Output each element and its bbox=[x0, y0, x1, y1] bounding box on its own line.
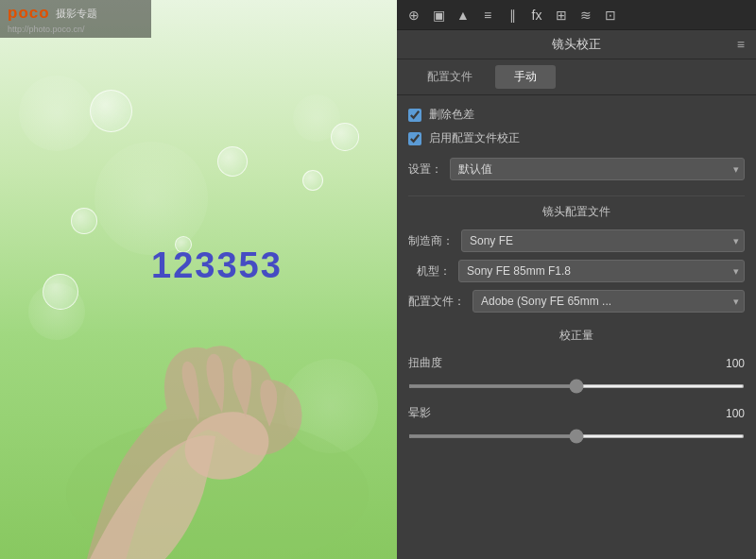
settings-select[interactable]: 默认值 bbox=[450, 158, 745, 180]
lens-model-label: 机型： bbox=[408, 263, 451, 280]
model-select-wrapper: Sony FE 85mm F1.8 bbox=[458, 260, 745, 282]
lens-profile-section-title: 镜头配置文件 bbox=[408, 195, 745, 220]
tool-icon-5[interactable]: ∥ bbox=[503, 8, 522, 23]
vignette-value: 100 bbox=[712, 407, 745, 420]
lens-profile-label: 配置文件： bbox=[408, 294, 465, 310]
distortion-slider[interactable] bbox=[408, 384, 745, 388]
settings-label: 设置： bbox=[408, 161, 442, 178]
manufacturer-select-wrapper: Sony FE bbox=[461, 229, 745, 252]
logo-poco: poco 摄影专题 bbox=[8, 4, 144, 23]
right-panel: ⊕ ▣ ▲ ≡ ∥ fx ⊞ ≋ ⊡ 镜头校正 ≡ 配置文件 手动 删除色差 启… bbox=[397, 0, 756, 559]
checkbox-profile-label: 启用配置文件校正 bbox=[429, 130, 520, 146]
lens-manufacturer-row: 制造商： Sony FE bbox=[408, 229, 745, 252]
settings-select-wrapper: 默认值 bbox=[450, 158, 745, 180]
checkbox-aberration-input[interactable] bbox=[408, 109, 421, 122]
distortion-value: 100 bbox=[712, 357, 745, 370]
panel-title: 镜头校正 bbox=[552, 36, 601, 53]
tab-bar: 配置文件 手动 bbox=[397, 59, 756, 95]
photo-panel: poco 摄影专题 http://photo.poco.cn/ 123353 bbox=[0, 0, 397, 559]
tool-icon-4[interactable]: ≡ bbox=[478, 8, 497, 23]
lens-model-row: 机型： Sony FE 85mm F1.8 bbox=[408, 260, 745, 282]
tool-icon-3[interactable]: ▲ bbox=[454, 8, 472, 23]
distortion-label: 扭曲度 bbox=[408, 355, 442, 371]
profile-select-wrapper: Adobe (Sony FE 65mm ... bbox=[472, 290, 745, 313]
panel-menu-icon[interactable]: ≡ bbox=[737, 37, 745, 52]
distortion-slider-row: 扭曲度 100 bbox=[408, 355, 745, 392]
panel-content: 删除色差 启用配置文件校正 设置： 默认值 镜头配置文件 制造商： Sony F… bbox=[397, 95, 756, 559]
checkbox-aberration-label: 删除色差 bbox=[429, 107, 474, 123]
watermark-number: 123353 bbox=[151, 246, 283, 286]
logo-bar: poco 摄影专题 http://photo.poco.cn/ bbox=[0, 0, 151, 38]
lens-manufacturer-label: 制造商： bbox=[408, 233, 454, 249]
lens-profile-row: 配置文件： Adobe (Sony FE 65mm ... bbox=[408, 290, 745, 313]
poco-logo-text: poco bbox=[8, 4, 50, 23]
settings-row: 设置： 默认值 bbox=[408, 158, 745, 180]
panel-header: 镜头校正 ≡ bbox=[397, 30, 756, 59]
tab-manual[interactable]: 手动 bbox=[495, 65, 556, 89]
vignette-label: 晕影 bbox=[408, 405, 431, 421]
toolbar: ⊕ ▣ ▲ ≡ ∥ fx ⊞ ≋ ⊡ bbox=[397, 0, 756, 30]
vignette-slider[interactable] bbox=[408, 434, 745, 438]
vignette-slider-row: 晕影 100 bbox=[408, 405, 745, 442]
tool-icon-1[interactable]: ⊕ bbox=[404, 8, 423, 23]
tool-icon-6[interactable]: ⊞ bbox=[552, 8, 571, 23]
tool-icon-fx[interactable]: fx bbox=[527, 8, 546, 23]
manufacturer-select[interactable]: Sony FE bbox=[461, 229, 745, 252]
tab-profile[interactable]: 配置文件 bbox=[408, 65, 491, 89]
logo-url: http://photo.poco.cn/ bbox=[8, 25, 144, 34]
logo-cn-text: 摄影专题 bbox=[56, 7, 97, 21]
profile-select[interactable]: Adobe (Sony FE 65mm ... bbox=[472, 290, 745, 313]
correction-section-title: 校正量 bbox=[408, 328, 745, 344]
checkbox-enable-profile: 启用配置文件校正 bbox=[408, 130, 745, 146]
checkbox-remove-aberration: 删除色差 bbox=[408, 107, 745, 123]
tool-icon-8[interactable]: ⊡ bbox=[601, 8, 620, 23]
tool-icon-7[interactable]: ≋ bbox=[576, 8, 595, 23]
model-select[interactable]: Sony FE 85mm F1.8 bbox=[458, 260, 745, 282]
checkbox-profile-input[interactable] bbox=[408, 132, 421, 145]
tool-icon-2[interactable]: ▣ bbox=[429, 8, 448, 23]
